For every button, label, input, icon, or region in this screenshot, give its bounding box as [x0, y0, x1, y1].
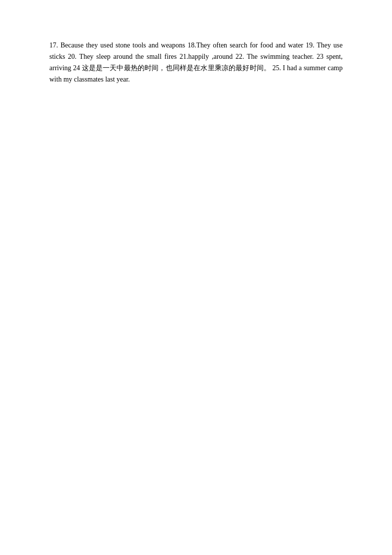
main-content: 17. Because they used stone tools and we…: [49, 40, 343, 85]
answer-text: 17. Because they used stone tools and we…: [49, 40, 343, 85]
document-page: 17. Because they used stone tools and we…: [0, 0, 392, 555]
